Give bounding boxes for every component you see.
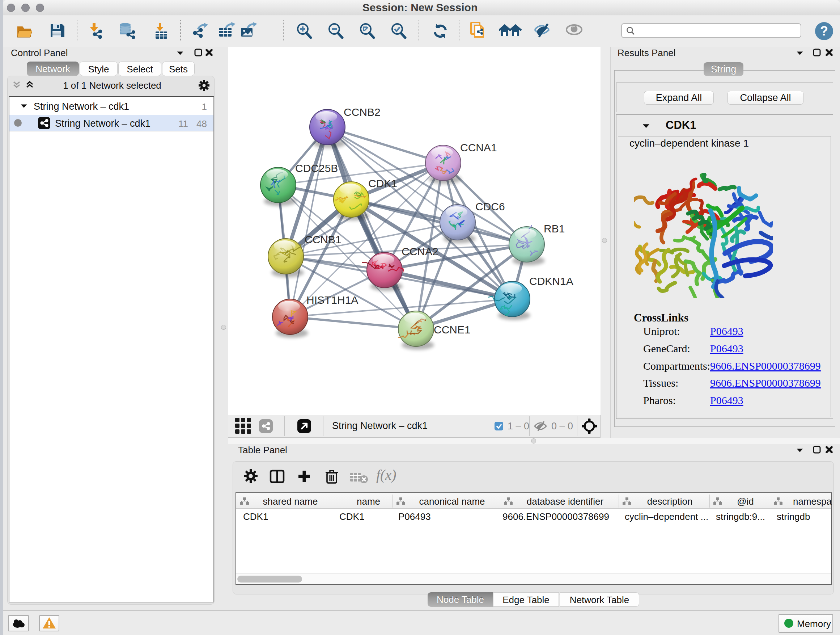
svg-text:CDC6: CDC6	[475, 201, 505, 212]
svg-text:CCNB2: CCNB2	[344, 106, 381, 118]
svg-text:CDKN1A: CDKN1A	[529, 275, 573, 287]
svg-text:CCNE1: CCNE1	[434, 324, 471, 336]
svg-text:CDK1: CDK1	[368, 177, 397, 189]
svg-text:CCNA1: CCNA1	[460, 141, 497, 154]
svg-text:HIST1H1A: HIST1H1A	[306, 294, 358, 306]
svg-text:RB1: RB1	[544, 223, 565, 234]
svg-text:CCNB1: CCNB1	[305, 233, 341, 245]
svg-text:CCNA2: CCNA2	[401, 245, 439, 257]
svg-text:CDC25B: CDC25B	[295, 162, 338, 174]
